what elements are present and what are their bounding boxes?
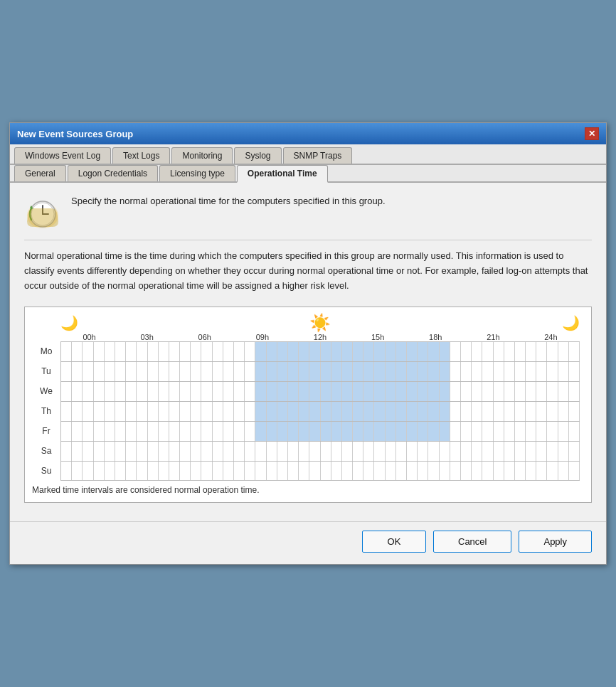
grid-cell[interactable]: [428, 422, 439, 441]
grid-cell[interactable]: [440, 342, 450, 361]
grid-cell[interactable]: [201, 442, 212, 461]
grid-cell[interactable]: [72, 442, 83, 461]
tab-windows-event-log[interactable]: Windows Event Log: [14, 147, 111, 164]
grid-cell[interactable]: [169, 382, 180, 401]
grid-cell[interactable]: [255, 442, 266, 461]
grid-cell[interactable]: [288, 422, 299, 441]
grid-cell[interactable]: [115, 382, 126, 401]
grid-cell[interactable]: [267, 442, 277, 461]
grid-cell[interactable]: [309, 422, 320, 441]
grid-cell[interactable]: [148, 442, 159, 461]
grid-cell[interactable]: [440, 382, 450, 401]
grid-cell[interactable]: [83, 462, 93, 480]
grid-cell[interactable]: [267, 362, 277, 381]
grid-cell[interactable]: [472, 382, 482, 401]
grid-cell[interactable]: [526, 442, 536, 461]
grid-cell[interactable]: [331, 422, 342, 441]
grid-cell[interactable]: [60, 342, 72, 361]
grid-cell[interactable]: [386, 382, 396, 401]
grid-cell[interactable]: [418, 462, 428, 480]
grid-cell[interactable]: [547, 442, 558, 461]
cancel-button[interactable]: Cancel: [433, 531, 511, 553]
grid-cell[interactable]: [137, 462, 147, 480]
grid-cell[interactable]: [201, 382, 212, 401]
grid-cell[interactable]: [558, 342, 569, 361]
grid-cell[interactable]: [569, 462, 580, 480]
close-button[interactable]: ✕: [585, 127, 599, 140]
grid-cell[interactable]: [191, 382, 201, 401]
grid-cell[interactable]: [72, 402, 83, 421]
grid-cell[interactable]: [60, 402, 72, 421]
grid-cell[interactable]: [213, 442, 223, 461]
grid-cell[interactable]: [115, 342, 126, 361]
grid-cell[interactable]: [83, 382, 93, 401]
grid-cell[interactable]: [299, 402, 309, 421]
grid-cell[interactable]: [105, 462, 115, 480]
grid-cell[interactable]: [558, 422, 569, 441]
grid-cell[interactable]: [353, 342, 363, 361]
grid-cell[interactable]: [201, 422, 212, 441]
grid-cell[interactable]: [418, 362, 428, 381]
grid-cell[interactable]: [494, 342, 504, 361]
grid-cell[interactable]: [547, 362, 558, 381]
grid-cell[interactable]: [105, 442, 115, 461]
grid-cell[interactable]: [450, 342, 461, 361]
grid-cell[interactable]: [461, 402, 472, 421]
grid-cell[interactable]: [267, 342, 277, 361]
grid-cell[interactable]: [342, 342, 353, 361]
grid-cell[interactable]: [374, 422, 385, 441]
grid-cell[interactable]: [277, 362, 288, 381]
grid-cell[interactable]: [482, 442, 493, 461]
grid-cell[interactable]: [234, 462, 245, 480]
grid-cell[interactable]: [126, 462, 137, 480]
grid-cell[interactable]: [504, 382, 515, 401]
grid-cell[interactable]: [569, 422, 580, 441]
grid-cell[interactable]: [428, 382, 439, 401]
grid-cell[interactable]: [569, 362, 580, 381]
grid-cell[interactable]: [255, 402, 266, 421]
grid-cell[interactable]: [159, 402, 169, 421]
grid-cell[interactable]: [72, 342, 83, 361]
grid-cell[interactable]: [223, 362, 234, 381]
grid-cell[interactable]: [396, 402, 407, 421]
grid-cell[interactable]: [137, 362, 147, 381]
grid-cell[interactable]: [223, 422, 234, 441]
grid-cell[interactable]: [288, 462, 299, 480]
tab-snmp-traps[interactable]: SNMP Traps: [283, 147, 353, 164]
grid-cell[interactable]: [450, 402, 461, 421]
table-row[interactable]: Sa: [32, 441, 580, 461]
grid-cell[interactable]: [94, 462, 105, 480]
grid-cell[interactable]: [363, 422, 374, 441]
grid-cell[interactable]: [494, 402, 504, 421]
grid-cell[interactable]: [386, 422, 396, 441]
grid-cell[interactable]: [342, 362, 353, 381]
grid-cell[interactable]: [331, 342, 342, 361]
grid-cell[interactable]: [234, 342, 245, 361]
grid-cell[interactable]: [245, 422, 255, 441]
grid-cell[interactable]: [472, 342, 482, 361]
grid-cell[interactable]: [386, 362, 396, 381]
grid-cell[interactable]: [396, 422, 407, 441]
grid-cell[interactable]: [482, 342, 493, 361]
grid-cell[interactable]: [201, 462, 212, 480]
grid-cell[interactable]: [386, 462, 396, 480]
grid-cell[interactable]: [299, 362, 309, 381]
table-row[interactable]: Mo: [32, 341, 580, 361]
grid-cell[interactable]: [94, 402, 105, 421]
grid-cell[interactable]: [331, 442, 342, 461]
grid-cell[interactable]: [536, 362, 547, 381]
grid-cell[interactable]: [126, 362, 137, 381]
grid-cell[interactable]: [472, 362, 482, 381]
grid-cell[interactable]: [428, 442, 439, 461]
grid-cell[interactable]: [180, 442, 191, 461]
grid-cell[interactable]: [331, 462, 342, 480]
grid-cell[interactable]: [342, 382, 353, 401]
grid-cell[interactable]: [126, 442, 137, 461]
grid-cell[interactable]: [440, 462, 450, 480]
grid-cell[interactable]: [363, 462, 374, 480]
grid-cell[interactable]: [115, 402, 126, 421]
grid-cell[interactable]: [234, 422, 245, 441]
grid-cell[interactable]: [515, 362, 526, 381]
grid-cell[interactable]: [374, 382, 385, 401]
grid-cell[interactable]: [201, 362, 212, 381]
